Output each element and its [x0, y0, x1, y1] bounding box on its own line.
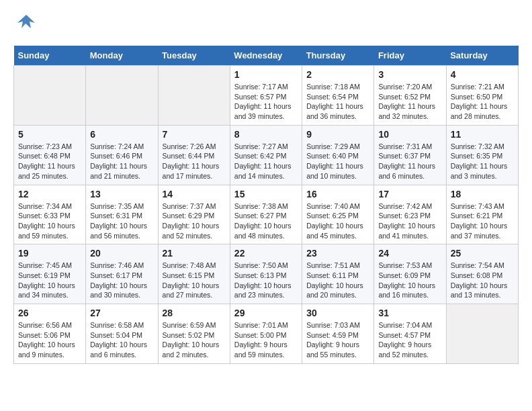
day-number: 13 [90, 189, 153, 199]
calendar-cell: 10Sunrise: 7:31 AM Sunset: 6:37 PM Dayli… [374, 125, 446, 185]
column-header-friday: Friday [374, 46, 446, 66]
day-info: Sunrise: 7:24 AM Sunset: 6:46 PM Dayligh… [90, 142, 153, 181]
calendar-cell: 6Sunrise: 7:24 AM Sunset: 6:46 PM Daylig… [86, 125, 158, 185]
day-number: 28 [163, 308, 226, 318]
day-number: 29 [234, 308, 298, 318]
day-number: 10 [378, 129, 441, 140]
day-info: Sunrise: 7:35 AM Sunset: 6:31 PM Dayligh… [90, 201, 153, 241]
day-info: Sunrise: 7:01 AM Sunset: 5:00 PM Dayligh… [234, 320, 298, 360]
calendar-cell: 7Sunrise: 7:26 AM Sunset: 6:44 PM Daylig… [158, 125, 230, 185]
day-number: 24 [378, 248, 441, 259]
day-info: Sunrise: 7:43 AM Sunset: 6:21 PM Dayligh… [451, 201, 514, 241]
column-header-sunday: Sunday [14, 46, 86, 66]
calendar-cell: 5Sunrise: 7:23 AM Sunset: 6:48 PM Daylig… [14, 125, 86, 185]
calendar-cell: 9Sunrise: 7:29 AM Sunset: 6:40 PM Daylig… [302, 125, 374, 185]
calendar-cell: 29Sunrise: 7:01 AM Sunset: 5:00 PM Dayli… [230, 304, 302, 364]
logo-bird-icon [16, 13, 36, 35]
calendar-cell: 28Sunrise: 6:59 AM Sunset: 5:02 PM Dayli… [158, 304, 230, 364]
day-info: Sunrise: 6:56 AM Sunset: 5:06 PM Dayligh… [18, 320, 81, 360]
day-info: Sunrise: 7:26 AM Sunset: 6:44 PM Dayligh… [163, 142, 226, 181]
day-info: Sunrise: 7:50 AM Sunset: 6:13 PM Dayligh… [234, 261, 298, 300]
day-info: Sunrise: 7:23 AM Sunset: 6:48 PM Dayligh… [18, 142, 81, 181]
day-info: Sunrise: 7:27 AM Sunset: 6:42 PM Dayligh… [234, 142, 298, 181]
day-info: Sunrise: 7:42 AM Sunset: 6:23 PM Dayligh… [378, 201, 441, 241]
column-header-tuesday: Tuesday [158, 46, 230, 66]
calendar-cell: 2Sunrise: 7:18 AM Sunset: 6:54 PM Daylig… [302, 66, 374, 126]
calendar-table: SundayMondayTuesdayWednesdayThursdayFrid… [13, 46, 519, 364]
column-header-wednesday: Wednesday [230, 46, 302, 66]
calendar-cell: 16Sunrise: 7:40 AM Sunset: 6:25 PM Dayli… [302, 185, 374, 244]
svg-marker-0 [17, 15, 35, 28]
day-info: Sunrise: 7:20 AM Sunset: 6:52 PM Dayligh… [378, 82, 441, 122]
day-info: Sunrise: 7:21 AM Sunset: 6:50 PM Dayligh… [451, 82, 514, 122]
day-number: 7 [163, 129, 226, 140]
calendar-cell: 12Sunrise: 7:34 AM Sunset: 6:33 PM Dayli… [14, 185, 86, 244]
week-row-4: 19Sunrise: 7:45 AM Sunset: 6:19 PM Dayli… [14, 244, 519, 304]
day-info: Sunrise: 7:53 AM Sunset: 6:09 PM Dayligh… [378, 261, 441, 300]
day-number: 4 [451, 69, 514, 80]
day-number: 31 [378, 308, 441, 318]
calendar-cell: 21Sunrise: 7:48 AM Sunset: 6:15 PM Dayli… [158, 244, 230, 304]
day-info: Sunrise: 7:51 AM Sunset: 6:11 PM Dayligh… [306, 261, 369, 300]
day-info: Sunrise: 7:54 AM Sunset: 6:08 PM Dayligh… [451, 261, 514, 300]
day-info: Sunrise: 7:31 AM Sunset: 6:37 PM Dayligh… [378, 142, 441, 181]
calendar-cell: 4Sunrise: 7:21 AM Sunset: 6:50 PM Daylig… [446, 66, 518, 126]
day-number: 27 [90, 308, 153, 318]
day-info: Sunrise: 7:18 AM Sunset: 6:54 PM Dayligh… [306, 82, 369, 122]
calendar-cell: 20Sunrise: 7:46 AM Sunset: 6:17 PM Dayli… [86, 244, 158, 304]
day-number: 17 [378, 189, 441, 199]
calendar-cell: 17Sunrise: 7:42 AM Sunset: 6:23 PM Dayli… [374, 185, 446, 244]
calendar-cell: 25Sunrise: 7:54 AM Sunset: 6:08 PM Dayli… [446, 244, 518, 304]
day-number: 2 [306, 69, 369, 80]
day-info: Sunrise: 6:58 AM Sunset: 5:04 PM Dayligh… [90, 320, 153, 360]
week-row-2: 5Sunrise: 7:23 AM Sunset: 6:48 PM Daylig… [14, 125, 519, 185]
column-header-saturday: Saturday [446, 46, 518, 66]
calendar-cell: 26Sunrise: 6:56 AM Sunset: 5:06 PM Dayli… [14, 304, 86, 364]
day-number: 11 [451, 129, 514, 140]
calendar-cell: 13Sunrise: 7:35 AM Sunset: 6:31 PM Dayli… [86, 185, 158, 244]
calendar-cell: 30Sunrise: 7:03 AM Sunset: 4:59 PM Dayli… [302, 304, 374, 364]
calendar-cell: 3Sunrise: 7:20 AM Sunset: 6:52 PM Daylig… [374, 66, 446, 126]
column-header-monday: Monday [86, 46, 158, 66]
calendar-cell: 18Sunrise: 7:43 AM Sunset: 6:21 PM Dayli… [446, 185, 518, 244]
calendar-cell [86, 66, 158, 126]
week-row-5: 26Sunrise: 6:56 AM Sunset: 5:06 PM Dayli… [14, 304, 519, 364]
calendar-cell: 11Sunrise: 7:32 AM Sunset: 6:35 PM Dayli… [446, 125, 518, 185]
day-number: 30 [306, 308, 369, 318]
logo [13, 13, 36, 35]
day-info: Sunrise: 7:03 AM Sunset: 4:59 PM Dayligh… [306, 320, 369, 360]
day-number: 8 [234, 129, 298, 140]
day-info: Sunrise: 7:48 AM Sunset: 6:15 PM Dayligh… [163, 261, 226, 300]
calendar-cell: 24Sunrise: 7:53 AM Sunset: 6:09 PM Dayli… [374, 244, 446, 304]
day-info: Sunrise: 7:29 AM Sunset: 6:40 PM Dayligh… [306, 142, 369, 181]
day-number: 19 [18, 248, 81, 259]
calendar-header-row: SundayMondayTuesdayWednesdayThursdayFrid… [14, 46, 519, 66]
day-info: Sunrise: 7:04 AM Sunset: 4:57 PM Dayligh… [378, 320, 441, 360]
day-number: 15 [234, 189, 298, 199]
day-number: 3 [378, 69, 441, 80]
calendar-cell: 14Sunrise: 7:37 AM Sunset: 6:29 PM Dayli… [158, 185, 230, 244]
day-number: 12 [18, 189, 81, 199]
day-number: 6 [90, 129, 153, 140]
calendar-cell [158, 66, 230, 126]
day-number: 18 [451, 189, 514, 199]
column-header-thursday: Thursday [302, 46, 374, 66]
calendar-cell [446, 304, 518, 364]
calendar-cell: 15Sunrise: 7:38 AM Sunset: 6:27 PM Dayli… [230, 185, 302, 244]
day-number: 26 [18, 308, 81, 318]
calendar-cell: 31Sunrise: 7:04 AM Sunset: 4:57 PM Dayli… [374, 304, 446, 364]
week-row-3: 12Sunrise: 7:34 AM Sunset: 6:33 PM Dayli… [14, 185, 519, 244]
day-info: Sunrise: 7:38 AM Sunset: 6:27 PM Dayligh… [234, 201, 298, 241]
page-header [13, 13, 519, 35]
day-info: Sunrise: 7:17 AM Sunset: 6:57 PM Dayligh… [234, 82, 298, 122]
day-number: 16 [306, 189, 369, 199]
day-info: Sunrise: 7:37 AM Sunset: 6:29 PM Dayligh… [163, 201, 226, 241]
day-info: Sunrise: 7:45 AM Sunset: 6:19 PM Dayligh… [18, 261, 81, 300]
calendar-cell: 19Sunrise: 7:45 AM Sunset: 6:19 PM Dayli… [14, 244, 86, 304]
day-info: Sunrise: 6:59 AM Sunset: 5:02 PM Dayligh… [163, 320, 226, 360]
calendar-cell [14, 66, 86, 126]
day-number: 5 [18, 129, 81, 140]
day-info: Sunrise: 7:32 AM Sunset: 6:35 PM Dayligh… [451, 142, 514, 181]
day-number: 14 [163, 189, 226, 199]
day-number: 20 [90, 248, 153, 259]
